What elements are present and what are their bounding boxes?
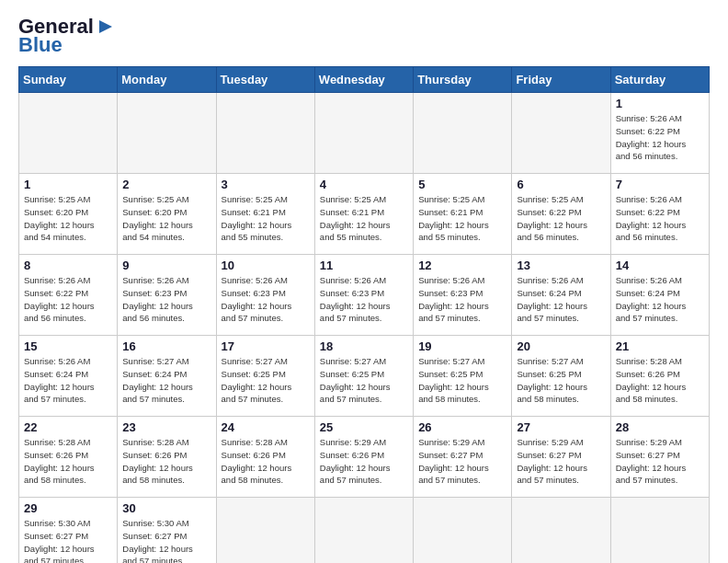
day-number: 26 bbox=[418, 420, 506, 434]
calendar-cell: 30Sunrise: 5:30 AMSunset: 6:27 PMDayligh… bbox=[118, 498, 216, 564]
day-number: 2 bbox=[122, 178, 210, 191]
calendar-cell bbox=[512, 498, 610, 564]
calendar-table: SundayMondayTuesdayWednesdayThursdayFrid… bbox=[18, 66, 710, 563]
header: General Blue bbox=[18, 15, 710, 57]
cell-info: Sunrise: 5:28 AMSunset: 6:26 PMDaylight:… bbox=[24, 436, 112, 487]
calendar-cell: 28Sunrise: 5:29 AMSunset: 6:27 PMDayligh… bbox=[610, 417, 709, 498]
day-number: 9 bbox=[122, 259, 210, 272]
calendar-cell: 10Sunrise: 5:26 AMSunset: 6:23 PMDayligh… bbox=[216, 255, 314, 336]
day-number: 21 bbox=[616, 339, 704, 353]
day-number: 25 bbox=[320, 420, 408, 434]
cell-info: Sunrise: 5:25 AMSunset: 6:20 PMDaylight:… bbox=[122, 193, 210, 244]
logo-blue: Blue bbox=[18, 33, 63, 57]
week-row-6: 29Sunrise: 5:30 AMSunset: 6:27 PMDayligh… bbox=[19, 498, 710, 564]
day-number: 18 bbox=[320, 339, 408, 353]
calendar-cell: 9Sunrise: 5:26 AMSunset: 6:23 PMDaylight… bbox=[118, 255, 216, 336]
cell-info: Sunrise: 5:26 AMSunset: 6:22 PMDaylight:… bbox=[24, 274, 112, 325]
day-number: 15 bbox=[24, 339, 112, 353]
calendar-cell bbox=[118, 93, 216, 174]
week-row-2: 1Sunrise: 5:25 AMSunset: 6:20 PMDaylight… bbox=[19, 174, 710, 255]
day-number: 11 bbox=[320, 259, 408, 272]
day-number: 12 bbox=[418, 259, 506, 272]
day-number: 14 bbox=[616, 259, 704, 272]
col-header-friday: Friday bbox=[512, 67, 610, 93]
calendar-cell bbox=[610, 498, 709, 564]
calendar-cell: 1Sunrise: 5:26 AMSunset: 6:22 PMDaylight… bbox=[610, 93, 709, 174]
day-number: 23 bbox=[122, 420, 210, 434]
cell-info: Sunrise: 5:29 AMSunset: 6:27 PMDaylight:… bbox=[616, 436, 704, 487]
week-row-3: 8Sunrise: 5:26 AMSunset: 6:22 PMDaylight… bbox=[19, 255, 710, 336]
calendar-cell: 24Sunrise: 5:28 AMSunset: 6:26 PMDayligh… bbox=[216, 417, 314, 498]
cell-info: Sunrise: 5:27 AMSunset: 6:25 PMDaylight:… bbox=[320, 355, 408, 406]
day-number: 19 bbox=[418, 339, 506, 353]
calendar-cell bbox=[414, 498, 512, 564]
calendar-cell bbox=[216, 93, 314, 174]
day-number: 7 bbox=[616, 178, 704, 191]
calendar-cell: 8Sunrise: 5:26 AMSunset: 6:22 PMDaylight… bbox=[19, 255, 118, 336]
cell-info: Sunrise: 5:29 AMSunset: 6:27 PMDaylight:… bbox=[418, 436, 506, 487]
day-number: 22 bbox=[24, 420, 112, 434]
cell-info: Sunrise: 5:27 AMSunset: 6:25 PMDaylight:… bbox=[517, 355, 605, 406]
day-number: 13 bbox=[517, 259, 605, 272]
calendar-cell: 15Sunrise: 5:26 AMSunset: 6:24 PMDayligh… bbox=[19, 336, 118, 417]
day-number: 6 bbox=[517, 178, 605, 191]
calendar-cell: 12Sunrise: 5:26 AMSunset: 6:23 PMDayligh… bbox=[414, 255, 512, 336]
calendar-cell bbox=[216, 498, 314, 564]
day-number: 5 bbox=[418, 178, 506, 191]
cell-info: Sunrise: 5:26 AMSunset: 6:22 PMDaylight:… bbox=[616, 193, 704, 244]
cell-info: Sunrise: 5:27 AMSunset: 6:25 PMDaylight:… bbox=[222, 355, 310, 406]
cell-info: Sunrise: 5:26 AMSunset: 6:23 PMDaylight:… bbox=[418, 274, 506, 325]
calendar-cell: 13Sunrise: 5:26 AMSunset: 6:24 PMDayligh… bbox=[512, 255, 610, 336]
day-number: 16 bbox=[122, 339, 210, 353]
calendar-cell: 25Sunrise: 5:29 AMSunset: 6:26 PMDayligh… bbox=[314, 417, 413, 498]
day-number: 3 bbox=[222, 178, 310, 191]
cell-info: Sunrise: 5:26 AMSunset: 6:24 PMDaylight:… bbox=[616, 274, 704, 325]
calendar-cell: 4Sunrise: 5:25 AMSunset: 6:21 PMDaylight… bbox=[314, 174, 413, 255]
calendar-cell bbox=[314, 498, 413, 564]
svg-marker-0 bbox=[99, 20, 112, 33]
week-row-5: 22Sunrise: 5:28 AMSunset: 6:26 PMDayligh… bbox=[19, 417, 710, 498]
cell-info: Sunrise: 5:26 AMSunset: 6:24 PMDaylight:… bbox=[24, 355, 112, 406]
calendar-cell: 7Sunrise: 5:26 AMSunset: 6:22 PMDaylight… bbox=[610, 174, 709, 255]
calendar-cell: 6Sunrise: 5:25 AMSunset: 6:22 PMDaylight… bbox=[512, 174, 610, 255]
col-header-wednesday: Wednesday bbox=[314, 67, 413, 93]
cell-info: Sunrise: 5:28 AMSunset: 6:26 PMDaylight:… bbox=[222, 436, 310, 487]
calendar-cell: 3Sunrise: 5:25 AMSunset: 6:21 PMDaylight… bbox=[216, 174, 314, 255]
day-number: 1 bbox=[24, 178, 112, 191]
col-header-tuesday: Tuesday bbox=[216, 67, 314, 93]
day-number: 28 bbox=[616, 420, 704, 434]
calendar-cell: 16Sunrise: 5:27 AMSunset: 6:24 PMDayligh… bbox=[118, 336, 216, 417]
cell-info: Sunrise: 5:26 AMSunset: 6:22 PMDaylight:… bbox=[616, 112, 704, 163]
cell-info: Sunrise: 5:30 AMSunset: 6:27 PMDaylight:… bbox=[24, 517, 112, 563]
calendar-cell: 5Sunrise: 5:25 AMSunset: 6:21 PMDaylight… bbox=[414, 174, 512, 255]
col-header-thursday: Thursday bbox=[414, 67, 512, 93]
calendar-cell: 22Sunrise: 5:28 AMSunset: 6:26 PMDayligh… bbox=[19, 417, 118, 498]
day-number: 29 bbox=[24, 501, 112, 515]
calendar-cell bbox=[414, 93, 512, 174]
day-number: 8 bbox=[24, 259, 112, 272]
page: General Blue SundayMondayTuesdayWednesda… bbox=[0, 0, 728, 563]
cell-info: Sunrise: 5:25 AMSunset: 6:22 PMDaylight:… bbox=[517, 193, 605, 244]
cell-info: Sunrise: 5:28 AMSunset: 6:26 PMDaylight:… bbox=[122, 436, 210, 487]
day-number: 30 bbox=[122, 501, 210, 515]
cell-info: Sunrise: 5:26 AMSunset: 6:23 PMDaylight:… bbox=[320, 274, 408, 325]
calendar-cell: 17Sunrise: 5:27 AMSunset: 6:25 PMDayligh… bbox=[216, 336, 314, 417]
col-header-saturday: Saturday bbox=[610, 67, 709, 93]
day-number: 17 bbox=[222, 339, 310, 353]
day-number: 27 bbox=[517, 420, 605, 434]
calendar-cell bbox=[512, 93, 610, 174]
calendar-cell: 14Sunrise: 5:26 AMSunset: 6:24 PMDayligh… bbox=[610, 255, 709, 336]
cell-info: Sunrise: 5:26 AMSunset: 6:23 PMDaylight:… bbox=[222, 274, 310, 325]
calendar-cell: 19Sunrise: 5:27 AMSunset: 6:25 PMDayligh… bbox=[414, 336, 512, 417]
cell-info: Sunrise: 5:27 AMSunset: 6:24 PMDaylight:… bbox=[122, 355, 210, 406]
calendar-cell: 26Sunrise: 5:29 AMSunset: 6:27 PMDayligh… bbox=[414, 417, 512, 498]
calendar-cell: 2Sunrise: 5:25 AMSunset: 6:20 PMDaylight… bbox=[118, 174, 216, 255]
logo: General Blue bbox=[18, 15, 116, 57]
day-number: 20 bbox=[517, 339, 605, 353]
logo-arrow-icon bbox=[96, 17, 116, 37]
cell-info: Sunrise: 5:25 AMSunset: 6:21 PMDaylight:… bbox=[418, 193, 506, 244]
calendar-cell: 21Sunrise: 5:28 AMSunset: 6:26 PMDayligh… bbox=[610, 336, 709, 417]
day-number: 10 bbox=[222, 259, 310, 272]
calendar-cell: 23Sunrise: 5:28 AMSunset: 6:26 PMDayligh… bbox=[118, 417, 216, 498]
col-header-sunday: Sunday bbox=[19, 67, 118, 93]
